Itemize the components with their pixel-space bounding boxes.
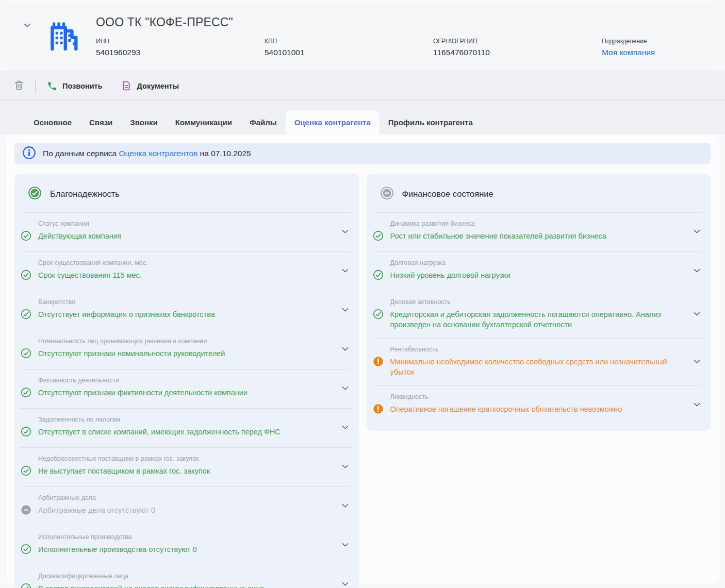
chevron-down-icon[interactable]	[341, 344, 350, 355]
field-ogrn: ОГРН\ОГРНИП 1165476070110	[433, 38, 602, 57]
chevron-down-icon[interactable]	[341, 462, 350, 473]
tab-основное[interactable]: Основное	[25, 110, 80, 135]
rating-item[interactable]: Дисквалифицированные лицаВ состав руково…	[21, 565, 351, 588]
check-circle-icon	[21, 270, 31, 282]
item-row: В состав руководителей не входят дисквал…	[21, 583, 333, 588]
field-inn: ИНН 5401960293	[96, 38, 265, 57]
chevron-down-icon[interactable]	[693, 227, 701, 238]
rating-item[interactable]: Недобросовестные поставщики в рамках гос…	[21, 448, 351, 487]
item-row: Низкий уровень долговой нагрузки	[373, 270, 685, 282]
tabs-bar: ОсновноеСвязиЗвонкиКоммуникацииФайлыОцен…	[0, 101, 725, 135]
info-banner: По данным сервиса Оценка контрагентов на…	[14, 143, 711, 164]
rating-item[interactable]: Статус компанииДействующая компания	[21, 213, 351, 252]
item-value: Срок существования 115 мес.	[38, 270, 142, 280]
chevron-down-icon[interactable]	[341, 501, 350, 512]
chevron-down-icon[interactable]	[341, 305, 350, 316]
item-value: Оперативное погашение краткосрочных обяз…	[390, 404, 622, 414]
call-button[interactable]: Позвонить	[47, 81, 103, 91]
item-value: В состав руководителей не входят дисквал…	[38, 583, 265, 588]
item-label: Задолженность по налогам	[38, 416, 333, 423]
rating-item[interactable]: Фиктивность деятельностиОтсутствуют приз…	[21, 369, 351, 409]
info-icon	[22, 146, 36, 162]
item-row: Отсутствуют признаки фиктивности деятель…	[21, 388, 333, 400]
rating-item[interactable]: РентабельностьМинимально необходимое кол…	[373, 339, 703, 386]
rating-item[interactable]: БанкротствоОтсутствует информация о приз…	[21, 291, 351, 330]
chevron-down-icon[interactable]	[693, 357, 701, 367]
item-row: Арбитражные дела отсутствуют 0	[21, 505, 333, 517]
rating-item[interactable]: Долговая нагрузкаНизкий уровень долговой…	[373, 252, 703, 291]
documents-button[interactable]: Документы	[121, 80, 179, 91]
rating-item[interactable]: Деловая активностьКредиторская и дебитор…	[373, 291, 703, 339]
item-label: Ликвидность	[390, 393, 685, 400]
rating-item[interactable]: Срок существования компании, мес.Срок су…	[21, 252, 351, 291]
exclamation-circle-icon	[373, 356, 384, 369]
tab-звонки[interactable]: Звонки	[121, 110, 166, 135]
phone-icon	[47, 81, 57, 91]
item-label: Недобросовестные поставщики в рамках гос…	[38, 455, 333, 462]
item-label: Динамика развития бизнеса	[390, 220, 685, 227]
panel-title: Благонадежность	[50, 189, 120, 199]
panel-title: Финансовое состояние	[402, 189, 493, 199]
collapse-chevron-icon[interactable]	[23, 21, 32, 71]
item-row: Минимально необходимое количество свобод…	[373, 357, 685, 377]
trash-icon[interactable]	[13, 79, 25, 93]
item-label: Банкротство	[38, 298, 333, 306]
minus-circle-icon	[21, 505, 31, 517]
item-row: Оперативное погашение краткосрочных обяз…	[373, 404, 685, 416]
chevron-down-icon[interactable]	[693, 400, 701, 411]
chevron-down-icon[interactable]	[341, 579, 350, 588]
item-value: Действующая компания	[38, 231, 122, 241]
counterparty-rating-link[interactable]: Оценка контрагентов	[119, 149, 198, 158]
item-label: Статус компании	[38, 220, 333, 227]
exclamation-circle-icon	[373, 404, 384, 416]
item-label: Номинальность лиц принимающих решения в …	[38, 338, 333, 345]
tab-коммуникации[interactable]: Коммуникации	[167, 110, 241, 135]
tab-связи[interactable]: Связи	[80, 110, 121, 135]
item-label: Арбитражные дела	[38, 494, 333, 501]
item-row: Кредиторская и дебиторская задолженность…	[373, 309, 685, 330]
rating-item[interactable]: Задолженность по налогамОтсутствует в сп…	[21, 409, 351, 448]
item-label: Долговая нагрузка	[390, 259, 685, 266]
check-circle-icon	[373, 309, 384, 322]
item-value: Отсутствуют признаки фиктивности деятель…	[38, 388, 248, 398]
rating-item[interactable]: Арбитражные делаАрбитражные дела отсутст…	[21, 487, 351, 526]
check-circle-icon	[21, 309, 31, 322]
toolbar-strip: Позвонить Документы ОсновноеСвязиЗвонкиК…	[0, 71, 725, 135]
chevron-down-icon[interactable]	[341, 540, 350, 551]
item-row: Рост или стабильное значение показателей…	[373, 231, 685, 243]
chevron-down-icon[interactable]	[341, 227, 350, 238]
check-circle-icon	[373, 230, 384, 243]
item-value: Кредиторская и дебиторская задолженность…	[390, 309, 685, 330]
check-circle-icon	[21, 583, 31, 588]
item-row: Отсутствует информация о признаках банкр…	[21, 309, 333, 322]
rating-item[interactable]: Динамика развития бизнесаРост или стабил…	[373, 213, 703, 252]
chevron-down-icon[interactable]	[341, 383, 350, 394]
item-value: Низкий уровень долговой нагрузки	[390, 270, 510, 280]
page-title: ООО ТК "КОФЕ-ПРЕСС"	[96, 15, 725, 29]
item-label: Деловая активность	[390, 298, 685, 306]
division-link[interactable]: Моя компания	[602, 48, 725, 57]
toolbar: Позвонить Документы	[0, 71, 725, 101]
chevron-down-icon[interactable]	[341, 423, 350, 433]
rating-item[interactable]: ЛиквидностьОперативное погашение краткос…	[373, 386, 703, 425]
chevron-down-icon[interactable]	[341, 266, 350, 277]
item-value: Отсутствуют признаки номинальности руков…	[38, 348, 225, 359]
chevron-down-icon[interactable]	[693, 309, 701, 320]
tab-файлы[interactable]: Файлы	[241, 110, 286, 135]
tab-оценка-контрагента[interactable]: Оценка контрагента	[286, 110, 380, 135]
item-row: Действующая компания	[21, 231, 333, 243]
item-row: Отсутствуют признаки номинальности руков…	[21, 348, 333, 361]
panel-header: Благонадежность	[14, 174, 359, 212]
item-value: Рост или стабильное значение показателей…	[390, 231, 606, 241]
company-requisites: ИНН 5401960293 КПП 540101001 ОГРН\ОГРНИП…	[96, 38, 725, 57]
tab-content-area: По данным сервиса Оценка контрагентов на…	[6, 135, 719, 583]
check-circle-icon	[21, 426, 31, 439]
tab-профиль-контрагента[interactable]: Профиль контрагента	[380, 110, 482, 135]
rating-panels: БлагонадежностьСтатус компанииДействующа…	[14, 174, 711, 588]
rating-item[interactable]: Номинальность лиц принимающих решения в …	[21, 330, 351, 369]
item-value: Минимально необходимое количество свобод…	[390, 357, 685, 377]
chevron-down-icon[interactable]	[693, 266, 701, 277]
item-row: Отсутствует в списке компаний, имеющих з…	[21, 427, 333, 439]
rating-item[interactable]: Исполнительные производстваИсполнительны…	[21, 526, 351, 565]
item-row: Исполнительные производства отсутствуют …	[21, 544, 333, 557]
